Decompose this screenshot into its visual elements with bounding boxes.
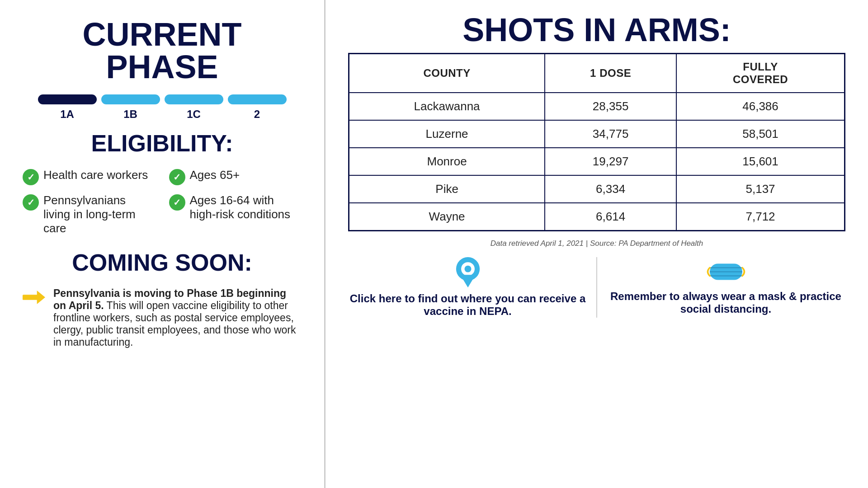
phase-label-1b: 1B (101, 108, 160, 121)
location-pin-icon (454, 257, 481, 289)
table-row: Pike 6,334 5,137 (349, 175, 845, 203)
check-icon-3 (169, 194, 185, 211)
phase-label-2: 2 (228, 108, 287, 121)
eligibility-item-2: Pennsylvanians living in long-term care (23, 193, 156, 235)
bottom-row: Click here to find out where you can rec… (348, 257, 845, 318)
bottom-right-text: Remember to always wear a mask & practic… (606, 290, 845, 315)
coming-soon-body: Pennsylvania is moving to Phase 1B begin… (23, 287, 302, 348)
arrow-icon (23, 289, 45, 305)
eligibility-text-1: Ages 65+ (190, 168, 240, 182)
col-header-county: COUNTY (349, 54, 545, 93)
full-0: 46,386 (676, 93, 844, 120)
full-4: 7,712 (676, 203, 844, 231)
phase-bar-1b (101, 94, 160, 104)
right-panel: SHOTS IN ARMS: COUNTY 1 DOSE FULLYCOVERE… (326, 0, 868, 488)
current-phase-title: CURRENT PHASE (23, 18, 302, 83)
phase-bar-1c (165, 94, 223, 104)
county-2: Monroe (349, 148, 545, 175)
phase-labels: 1A 1B 1C 2 (38, 108, 287, 121)
check-icon-2 (23, 194, 39, 211)
table-row: Luzerne 34,775 58,501 (349, 120, 845, 148)
mask-icon (706, 257, 746, 286)
phase-label-1a: 1A (38, 108, 97, 121)
phase-bars (38, 94, 287, 104)
eligibility-text-3: Ages 16-64 with high-risk conditions (190, 193, 302, 221)
svg-point-5 (464, 266, 471, 272)
coming-soon-title: COMING SOON: (23, 249, 302, 276)
col-header-fully-covered: FULLYCOVERED (676, 54, 844, 93)
data-source: Data retrieved April 1, 2021 | Source: P… (348, 239, 845, 248)
full-2: 15,601 (676, 148, 844, 175)
dose1-4: 6,614 (545, 203, 676, 231)
check-icon-1 (169, 169, 185, 185)
col-header-dose1: 1 DOSE (545, 54, 676, 93)
eligibility-title: ELIGIBILITY: (23, 130, 302, 157)
bottom-right-section: Remember to always wear a mask & practic… (597, 257, 845, 315)
full-3: 5,137 (676, 175, 844, 203)
phase-tracker: 1A 1B 1C 2 (23, 94, 302, 121)
svg-rect-0 (23, 295, 38, 300)
table-row: Monroe 19,297 15,601 (349, 148, 845, 175)
table-header-row: COUNTY 1 DOSE FULLYCOVERED (349, 54, 845, 93)
county-3: Pike (349, 175, 545, 203)
table-row: Wayne 6,614 7,712 (349, 203, 845, 231)
eligibility-grid: Health care workers Ages 65+ Pennsylvani… (23, 168, 302, 235)
coming-soon-text: Pennsylvania is moving to Phase 1B begin… (53, 287, 302, 348)
county-1: Luzerne (349, 120, 545, 148)
county-0: Lackawanna (349, 93, 545, 120)
eligibility-text-0: Health care workers (43, 168, 148, 182)
svg-marker-4 (460, 275, 476, 287)
phase-bar-2 (228, 94, 287, 104)
dose1-0: 28,355 (545, 93, 676, 120)
bottom-left-section[interactable]: Click here to find out where you can rec… (348, 257, 597, 318)
phase-bar-1a (38, 94, 97, 104)
phase-label-1c: 1C (165, 108, 223, 121)
vaccine-table: COUNTY 1 DOSE FULLYCOVERED Lackawanna 28… (348, 53, 845, 231)
left-panel: CURRENT PHASE 1A 1B 1C 2 ELIGIBILITY: He… (0, 0, 326, 488)
eligibility-item-0: Health care workers (23, 168, 156, 185)
eligibility-text-2: Pennsylvanians living in long-term care (43, 193, 156, 235)
eligibility-item-3: Ages 16-64 with high-risk conditions (169, 193, 302, 235)
county-4: Wayne (349, 203, 545, 231)
eligibility-item-1: Ages 65+ (169, 168, 302, 185)
svg-marker-1 (37, 291, 45, 304)
dose1-2: 19,297 (545, 148, 676, 175)
dose1-1: 34,775 (545, 120, 676, 148)
check-icon-0 (23, 169, 39, 185)
table-row: Lackawanna 28,355 46,386 (349, 93, 845, 120)
dose1-3: 6,334 (545, 175, 676, 203)
full-1: 58,501 (676, 120, 844, 148)
bottom-left-text: Click here to find out where you can rec… (348, 292, 587, 318)
shots-title: SHOTS IN ARMS: (348, 14, 845, 46)
